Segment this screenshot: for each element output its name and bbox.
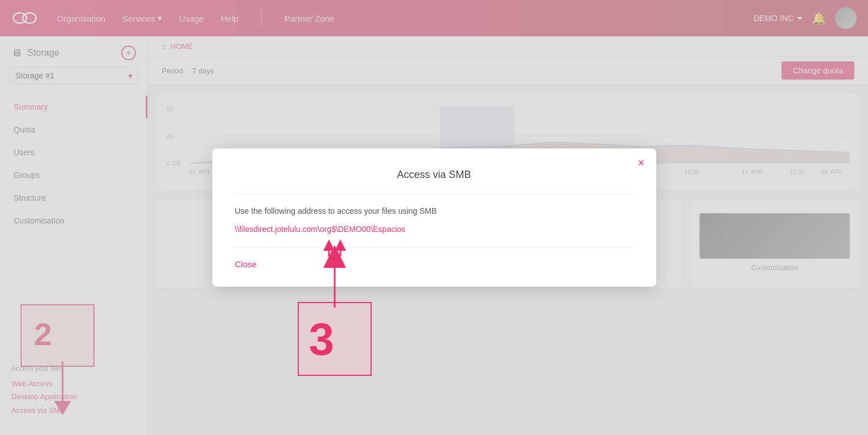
svg-marker-33 (335, 239, 346, 251)
svg-marker-29 (323, 245, 346, 268)
modal-title: Access via SMB (235, 169, 633, 181)
smb-access-modal: × Access via SMB Use the following addre… (212, 148, 656, 287)
modal-overlay: × Access via SMB Use the following addre… (0, 0, 868, 435)
modal-smb-path[interactable]: \\filesdirect.jotelulu.com\org$\DEMO00\E… (235, 225, 633, 234)
modal-close-button[interactable]: Close (235, 259, 257, 269)
modal-top-divider (235, 194, 633, 195)
annotation-3-box (298, 302, 372, 376)
modal-bottom-divider (235, 247, 633, 248)
modal-close-x-button[interactable]: × (638, 156, 645, 169)
svg-marker-32 (323, 239, 335, 251)
annotation-3-arrow (315, 239, 355, 308)
modal-body-text: Use the following address to access your… (235, 206, 633, 216)
annotation-3-number: 3 (309, 313, 335, 366)
